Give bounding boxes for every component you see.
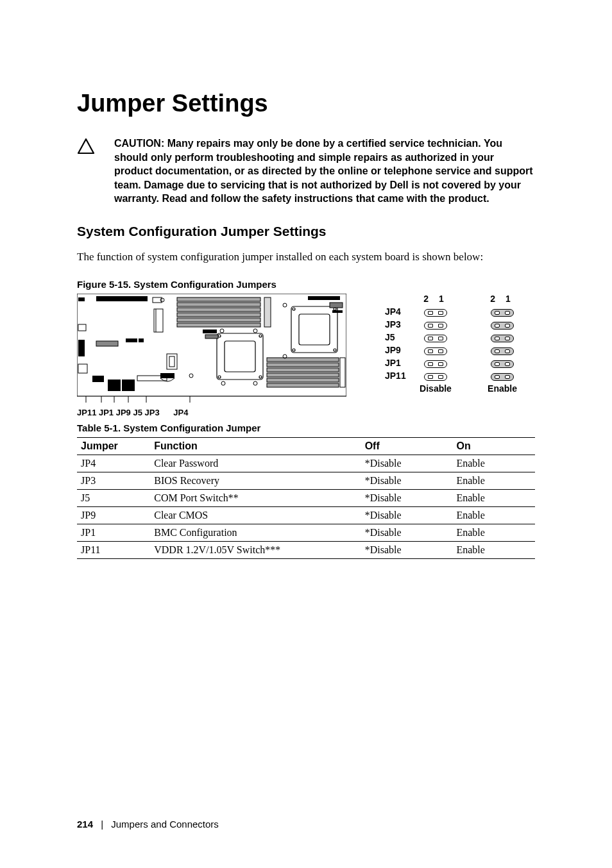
- svg-point-30: [334, 349, 336, 351]
- caution-triangle-icon: [77, 138, 95, 157]
- svg-rect-40: [332, 310, 343, 313]
- svg-point-21: [218, 335, 221, 337]
- svg-rect-7: [122, 380, 135, 391]
- svg-rect-36: [267, 383, 339, 387]
- jumper-disable-icon: [424, 335, 447, 342]
- svg-rect-2: [78, 324, 86, 331]
- svg-point-22: [259, 335, 262, 337]
- legend-row-name: JP9: [385, 345, 413, 355]
- table-caption: Table 5-1. System Configuration Jumper: [77, 422, 535, 433]
- th-function: Function: [150, 437, 361, 455]
- svg-point-29: [293, 349, 295, 351]
- legend-row-name: JP3: [385, 319, 413, 330]
- legend-row: JP4: [385, 306, 525, 317]
- th-on: On: [452, 437, 535, 455]
- svg-rect-8: [96, 296, 148, 301]
- svg-rect-43: [203, 330, 217, 333]
- svg-rect-11: [177, 297, 260, 301]
- page-number: 214: [77, 819, 93, 830]
- svg-point-24: [259, 376, 262, 378]
- legend-row: JP11: [385, 371, 525, 381]
- svg-rect-6: [108, 380, 121, 391]
- svg-rect-39: [330, 303, 343, 308]
- jumper-disable-icon: [424, 373, 447, 381]
- board-labels-left: JP11 JP1 JP9 J5 JP3: [77, 408, 160, 417]
- svg-point-58: [253, 381, 257, 385]
- board-labels-right: JP4: [173, 408, 188, 417]
- legend-row-name: JP11: [385, 371, 413, 381]
- svg-rect-16: [177, 323, 260, 327]
- svg-rect-5: [92, 376, 104, 382]
- svg-rect-19: [217, 333, 263, 380]
- svg-point-56: [189, 374, 193, 378]
- jumper-enable-icon: [491, 335, 514, 342]
- svg-rect-32: [267, 363, 339, 367]
- jumper-enable-icon: [491, 309, 514, 317]
- svg-rect-34: [267, 373, 339, 377]
- jumper-disable-icon: [424, 309, 447, 317]
- svg-rect-38: [308, 296, 340, 300]
- section-heading: System Configuration Jumper Settings: [77, 224, 535, 239]
- jumper-enable-icon: [491, 322, 514, 330]
- svg-rect-18: [264, 297, 271, 327]
- footer-separator: |: [101, 819, 103, 830]
- table-row: JP1 BMC Configuration *Disable Enable: [77, 524, 535, 541]
- svg-rect-25: [291, 306, 337, 353]
- th-jumper: Jumper: [77, 437, 150, 455]
- legend-row-name: J5: [385, 332, 413, 342]
- legend-enable-label: Enable: [480, 383, 525, 394]
- svg-point-10: [160, 298, 164, 302]
- footer-section: Jumpers and Connectors: [111, 819, 219, 830]
- svg-rect-54: [139, 338, 144, 342]
- svg-rect-53: [126, 338, 137, 342]
- svg-rect-44: [205, 335, 218, 338]
- jumper-enable-icon: [491, 373, 514, 381]
- svg-point-45: [220, 329, 224, 333]
- table-row: JP4 Clear Password *Disable Enable: [77, 455, 535, 472]
- svg-rect-31: [267, 358, 339, 362]
- svg-rect-12: [177, 303, 260, 306]
- jumper-disable-icon: [424, 347, 447, 355]
- svg-rect-15: [177, 318, 260, 322]
- svg-rect-14: [177, 313, 260, 317]
- table-row: JP3 BIOS Recovery *Disable Enable: [77, 472, 535, 489]
- legend-row: J5: [385, 332, 525, 342]
- page-title: Jumper Settings: [77, 90, 535, 117]
- svg-point-27: [293, 308, 295, 310]
- svg-rect-33: [267, 368, 339, 372]
- svg-rect-41: [154, 309, 163, 332]
- svg-rect-50: [169, 356, 174, 367]
- caution-block: CAUTION: Many repairs may only be done b…: [77, 137, 535, 206]
- svg-rect-20: [225, 341, 255, 372]
- page-footer: 214 | Jumpers and Connectors: [77, 819, 219, 830]
- table-row: JP9 Clear CMOS *Disable Enable: [77, 506, 535, 524]
- jumper-enable-icon: [491, 347, 514, 355]
- jumper-legend: 2 1 2 1 JP4 JP3 J5 JP9: [385, 294, 525, 394]
- svg-rect-52: [96, 341, 118, 346]
- svg-rect-26: [299, 314, 330, 345]
- jumper-disable-icon: [424, 360, 447, 368]
- svg-rect-37: [340, 358, 345, 387]
- legend-row: JP3: [385, 319, 525, 330]
- th-off: Off: [361, 437, 453, 455]
- legend-pin-header-enable: 2 1: [480, 294, 525, 304]
- board-jumper-labels: JP11 JP1 JP9 J5 JP3 JP4: [77, 408, 346, 417]
- motherboard-diagram: JP11 JP1 JP9 J5 JP3 JP4: [77, 294, 346, 417]
- legend-row-name: JP4: [385, 306, 413, 317]
- legend-disable-label: Disable: [413, 383, 458, 394]
- svg-point-47: [283, 303, 287, 307]
- table-row: J5 COM Port Switch** *Disable Enable: [77, 489, 535, 506]
- svg-rect-35: [267, 378, 339, 382]
- svg-rect-1: [78, 297, 85, 301]
- config-table: Jumper Function Off On JP4 Clear Passwor…: [77, 437, 535, 559]
- legend-row: JP9: [385, 345, 525, 355]
- svg-point-23: [218, 376, 221, 378]
- svg-rect-3: [78, 340, 85, 356]
- jumper-enable-icon: [491, 360, 514, 368]
- legend-row-name: JP1: [385, 358, 413, 368]
- svg-point-46: [253, 329, 257, 333]
- svg-rect-4: [78, 364, 87, 373]
- legend-row: JP1: [385, 358, 525, 368]
- legend-pin-header-disable: 2 1: [413, 294, 458, 304]
- jumper-disable-icon: [424, 322, 447, 330]
